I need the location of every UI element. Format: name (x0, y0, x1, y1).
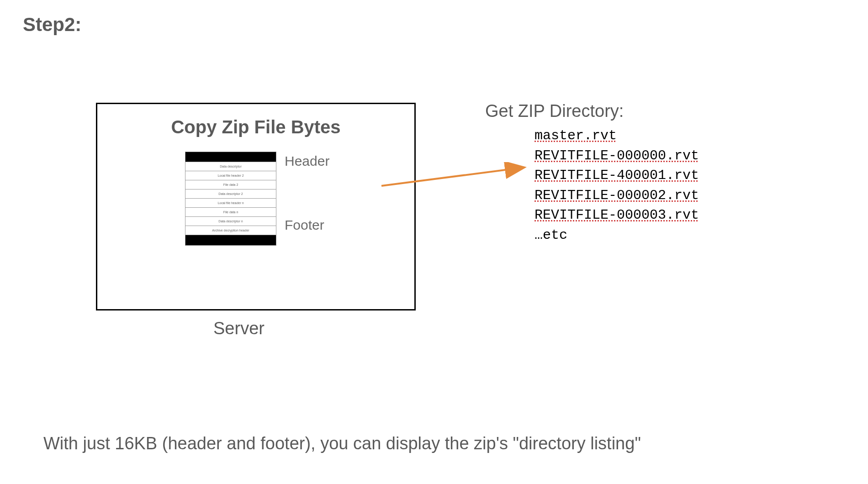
footer-label: Footer (285, 217, 324, 233)
arrow-icon (379, 162, 530, 189)
zip-row: Local file header 2 (185, 171, 276, 180)
server-label: Server (213, 319, 265, 338)
file-item: master.rvt (535, 126, 699, 146)
file-item: REVITFILE-000003.rvt (535, 205, 699, 226)
step-title: Step2: (23, 14, 81, 36)
file-item: REVITFILE-000000.rvt (535, 146, 699, 166)
file-item-etc: …etc (535, 226, 699, 246)
zip-header-block (185, 152, 276, 162)
zip-row: Local file header n (185, 199, 276, 208)
zip-row: File data 2 (185, 180, 276, 189)
file-item: REVITFILE-400001.rvt (535, 166, 699, 186)
zip-row: Data descriptor n (185, 217, 276, 226)
zip-row: Archive decryption header (185, 226, 276, 235)
server-box: Copy Zip File Bytes Data descriptor Loca… (96, 103, 416, 310)
zip-structure-table: Data descriptor Local file header 2 File… (185, 152, 276, 246)
file-list: master.rvt REVITFILE-000000.rvt REVITFIL… (535, 126, 699, 245)
zip-box-title: Copy Zip File Bytes (97, 117, 414, 137)
zip-directory-title: Get ZIP Directory: (485, 101, 624, 121)
zip-footer-block (185, 235, 276, 245)
header-label: Header (285, 153, 329, 169)
svg-line-1 (381, 168, 523, 186)
caption-text: With just 16KB (header and footer), you … (43, 434, 641, 453)
zip-row: File data n (185, 208, 276, 217)
zip-row: Data descriptor (185, 162, 276, 171)
zip-row: Data descriptor 2 (185, 189, 276, 199)
file-item: REVITFILE-000002.rvt (535, 186, 699, 206)
